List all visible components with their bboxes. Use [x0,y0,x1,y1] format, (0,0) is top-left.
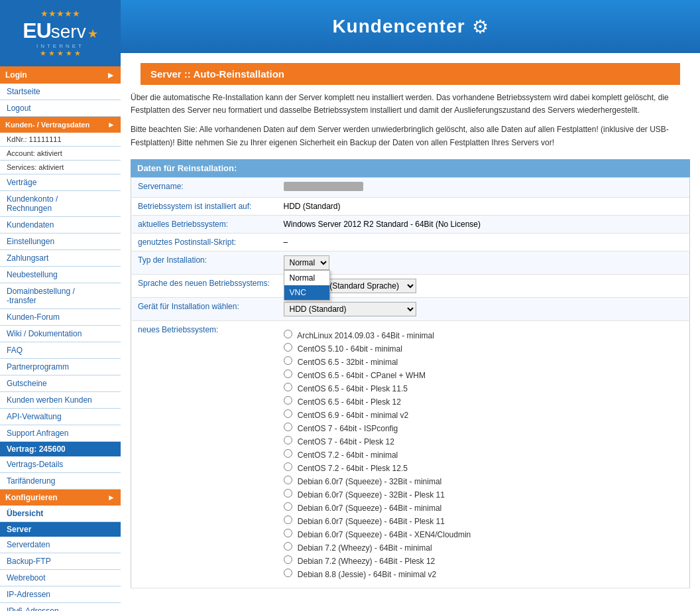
kunden-arrow: ► [107,120,115,129]
list-item: CentOS 7.2 - 64bit - minimal [284,448,683,461]
list-item: CentOS 6.5 - 64bit - Plesk 11.5 [284,381,683,395]
new-os-label: neues Betriebssystem: [131,320,277,588]
os-option-label-4[interactable]: CentOS 6.5 - 64bit - Plesk 11.5 [284,384,408,393]
gear-icon: ⚙ [472,16,489,38]
device-select[interactable]: HDD (Standard) [284,302,416,316]
os-option-label-0[interactable]: ArchLinux 2014.09.03 - 64Bit - minimal [284,331,434,340]
os-option-label-13[interactable]: Debian 6.0r7 (Squeeze) - 64Bit - minimal [284,504,442,513]
sidebar-item-zahlungsart[interactable]: Zahlungsart [0,250,121,267]
postinstall-label: genutztes Postinstall-Skript: [131,233,277,251]
os-option-label-1[interactable]: CentOS 5.10 - 64bit - minimal [284,344,402,354]
os-option-label-7[interactable]: CentOS 7 - 64bit - ISPconfig [284,424,398,433]
list-item: CentOS 6.5 - 64bit - Plesk 12 [284,395,683,408]
os-radio-12[interactable] [284,489,292,498]
services-status: Services: aktiviert [0,161,121,174]
login-label: Login [5,70,27,80]
sidebar-item-webreboot[interactable]: Webreboot [0,570,121,586]
section-header: Daten für Reinstallation: [131,159,690,177]
sidebar-item-vertraege[interactable]: Verträge [0,174,121,191]
konfigurieren-section[interactable]: Konfigurieren ► [0,490,121,506]
sidebar-item-serverdaten[interactable]: Serverdaten [0,537,121,553]
list-item: ArchLinux 2014.09.03 - 64Bit - minimal [284,328,683,342]
os-installed-label: Betriebssystem ist installiert auf: [131,197,277,215]
sidebar-item-kunden-werben[interactable]: Kunden werben Kunden [0,392,121,409]
os-radio-0[interactable] [284,330,292,338]
data-table: Servername: Betriebssystem ist installie… [131,177,690,588]
os-option-label-14[interactable]: Debian 6.0r7 (Squeeze) - 64Bit - Plesk 1… [284,517,445,526]
os-radio-5[interactable] [284,396,292,405]
sidebar-item-api[interactable]: API-Verwaltung [0,409,121,425]
install-type-select[interactable]: Normal VNC [284,255,329,270]
list-item: Debian 7.2 (Wheezy) - 64Bit - Plesk 12 [284,554,683,567]
os-option-label-5[interactable]: CentOS 6.5 - 64bit - Plesk 12 [284,397,401,407]
sidebar-item-vertrags-details[interactable]: Vertrags-Details [0,456,121,473]
os-radio-3[interactable] [284,370,292,378]
os-option-label-16[interactable]: Debian 7.2 (Wheezy) - 64Bit - minimal [284,543,432,553]
os-radio-1[interactable] [284,343,292,352]
os-radio-15[interactable] [284,529,292,537]
os-option-label-15[interactable]: Debian 6.0r7 (Squeeze) - 64Bit - XEN4/Cl… [284,530,471,539]
os-radio-10[interactable] [284,462,292,471]
os-option-label-12[interactable]: Debian 6.0r7 (Squeeze) - 32Bit - Plesk 1… [284,490,445,500]
sidebar-item-ipv6-adressen[interactable]: IPv6-Adressen [0,603,121,611]
sidebar-item-kundendaten[interactable]: Kundendaten [0,217,121,234]
sidebar-item-wiki[interactable]: Wiki / Dokumentation [0,326,121,342]
os-radio-9[interactable] [284,449,292,458]
sidebar-item-logout[interactable]: Logout [0,100,121,117]
login-arrow: ► [106,70,115,80]
os-option-label-3[interactable]: CentOS 6.5 - 64bit - CPanel + WHM [284,371,426,380]
os-installed-value: HDD (Standard) [277,197,690,215]
lang-label: Sprache des neuen Betriebssystems: [131,274,277,297]
os-radio-13[interactable] [284,502,292,511]
content-area: Server :: Auto-Reinstallation Über die a… [121,63,700,598]
os-radio-16[interactable] [284,542,292,551]
os-radio-7[interactable] [284,423,292,431]
sidebar-item-einstellungen[interactable]: Einstellungen [0,234,121,250]
os-radio-6[interactable] [284,409,292,418]
os-option-label-11[interactable]: Debian 6.0r7 (Squeeze) - 32Bit - minimal [284,477,442,486]
os-radio-14[interactable] [284,515,292,524]
sidebar-item-kundenkonto[interactable]: Kundenkonto /Rechnungen [0,191,121,217]
login-section[interactable]: Login ► [0,66,121,84]
sidebar-item-support[interactable]: Support Anfragen [0,425,121,442]
server-name-blurred [284,182,363,191]
sidebar-item-tarifaenderung[interactable]: Tarifänderung [0,473,121,490]
dropdown-item-vnc[interactable]: VNC [284,285,329,300]
konfigurieren-arrow: ► [107,493,115,502]
os-radio-8[interactable] [284,436,292,444]
sidebar-item-kunden-forum[interactable]: Kunden-Forum [0,309,121,326]
install-type-label: Typ der Installation: [131,251,277,274]
sidebar-item-gutscheine[interactable]: Gutscheine [0,375,121,392]
sidebar-item-faq[interactable]: FAQ [0,342,121,359]
os-option-label-10[interactable]: CentOS 7.2 - 64bit - Plesk 12.5 [284,464,408,473]
os-list: ArchLinux 2014.09.03 - 64Bit - minimal C… [284,325,683,584]
sidebar-item-domainbestellung[interactable]: Domainbestellung /-transfer [0,283,121,309]
konfigurieren-label: Konfigurieren [5,493,58,502]
os-option-label-8[interactable]: CentOS 7 - 64bit - Plesk 12 [284,437,394,446]
sidebar-item-uebersicht[interactable]: Übersicht [0,506,121,522]
sidebar-item-neubestellung[interactable]: Neubestellung [0,267,121,283]
os-option-label-2[interactable]: CentOS 6.5 - 32bit - minimal [284,358,398,367]
kundencenter-title: Kundencenter [332,16,465,37]
os-option-label-18[interactable]: Debian 8.8 (Jessie) - 64Bit - minimal v2 [284,570,437,579]
os-radio-11[interactable] [284,476,292,484]
os-radio-17[interactable] [284,555,292,564]
sidebar-item-startseite[interactable]: Startseite [0,84,121,100]
dropdown-item-normal[interactable]: Normal [284,271,329,285]
os-option-label-9[interactable]: CentOS 7.2 - 64bit - minimal [284,450,398,460]
intro-text: Über die automatische Re-Installation ka… [131,92,690,117]
list-item: Debian 6.0r7 (Squeeze) - 64Bit - Plesk 1… [284,514,683,527]
servername-value [277,177,690,197]
os-radio-2[interactable] [284,356,292,365]
sidebar-item-partnerprogramm[interactable]: Partnerprogramm [0,359,121,375]
os-radio-4[interactable] [284,383,292,391]
sidebar-item-backup-ftp[interactable]: Backup-FTP [0,553,121,570]
device-cell: HDD (Standard) [277,297,690,320]
list-item: CentOS 5.10 - 64bit - minimal [284,342,683,355]
os-radio-18[interactable] [284,569,292,577]
kunden-section[interactable]: Kunden- / Vertragsdaten ► [0,117,121,133]
os-option-label-17[interactable]: Debian 7.2 (Wheezy) - 64Bit - Plesk 12 [284,557,436,566]
sidebar-item-ip-adressen[interactable]: IP-Adressen [0,586,121,603]
current-os-value: Windows Server 2012 R2 Standard - 64Bit … [277,215,690,233]
os-option-label-6[interactable]: CentOS 6.9 - 64bit - minimal v2 [284,411,409,420]
